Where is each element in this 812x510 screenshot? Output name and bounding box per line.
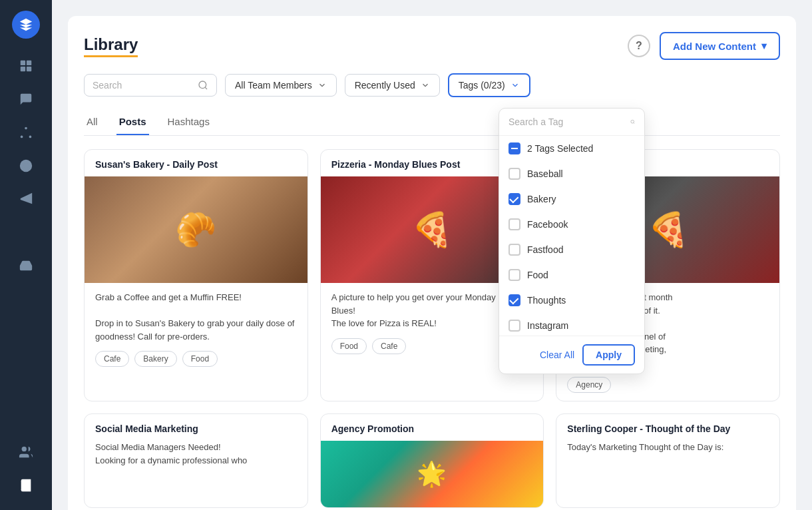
sidebar-item-support[interactable] (12, 152, 40, 180)
card-text: Grab a Coffee and get a Muffin FREE! Dro… (95, 291, 297, 343)
tag-checkbox[interactable] (508, 218, 520, 230)
tag-item-baseball[interactable]: Baseball (499, 161, 644, 186)
tag-dropdown-footer: Clear All Apply (499, 336, 644, 374)
tag-item-food[interactable]: Food (499, 262, 644, 288)
svg-rect-3 (27, 67, 31, 71)
tab-posts[interactable]: Posts (116, 111, 149, 135)
library-header: Library ? Add New Content ▾ (84, 32, 780, 60)
tag-food: Food (182, 351, 218, 367)
tag-checkbox[interactable] (508, 294, 520, 306)
tags-select-all-checkbox[interactable] (508, 142, 520, 154)
chevron-down-icon (317, 81, 327, 90)
recently-used-filter[interactable]: Recently Used (345, 74, 440, 97)
tag-cafe: Cafe (372, 338, 406, 354)
tag-selected-count-item[interactable]: 2 Tags Selected (499, 136, 644, 161)
search-box[interactable] (84, 74, 217, 97)
help-button[interactable]: ? (628, 35, 650, 57)
tag-bakery: Bakery (134, 351, 176, 367)
tag-label: Food (527, 270, 548, 280)
tag-checkbox[interactable] (508, 269, 520, 281)
sidebar-item-library[interactable] (12, 471, 40, 499)
tag-label: Thoughts (527, 295, 566, 306)
card-title: Susan's Bakery - Daily Post (85, 150, 307, 176)
tag-checkbox[interactable] (508, 244, 520, 256)
tag-label: Facebook (527, 219, 568, 230)
card-title: Agency Promotion (321, 414, 544, 441)
add-new-content-button[interactable]: Add New Content ▾ (660, 32, 780, 60)
tag-item-bakery[interactable]: Bakery (499, 186, 644, 212)
tag-item-instagram[interactable]: Instagram (499, 313, 644, 336)
svg-line-23 (634, 123, 634, 123)
tab-all[interactable]: All (84, 111, 101, 135)
main-content: Library ? Add New Content ▾ All Team (52, 0, 812, 510)
svg-point-4 (25, 127, 27, 130)
tag-search-row (499, 109, 644, 136)
header-actions: ? Add New Content ▾ (628, 32, 780, 60)
apply-button[interactable]: Apply (582, 344, 635, 366)
sidebar-item-analytics[interactable] (12, 218, 40, 246)
svg-rect-0 (21, 61, 25, 65)
svg-point-22 (631, 120, 634, 123)
tag-search-input[interactable] (508, 117, 625, 127)
chevron-down-icon-2 (421, 81, 430, 90)
app-logo[interactable] (12, 11, 40, 39)
tag-checkbox[interactable] (508, 193, 520, 205)
tag-label: Bakery (527, 194, 556, 204)
tag-label: Fastfood (527, 244, 563, 255)
tag-item-fastfood[interactable]: Fastfood (499, 237, 644, 262)
card-body: Grab a Coffee and get a Muffin FREE! Dro… (85, 283, 307, 375)
sidebar-item-megaphone[interactable] (12, 185, 40, 213)
tag-label: Baseball (527, 168, 563, 179)
svg-point-6 (29, 136, 32, 138)
svg-point-5 (21, 136, 23, 138)
tag-checkbox[interactable] (508, 168, 520, 180)
card-title: Social Media Marketing (85, 414, 307, 441)
svg-point-11 (23, 163, 28, 168)
tag-item-facebook[interactable]: Facebook (499, 212, 644, 237)
card-tags: Agency (567, 377, 769, 393)
svg-line-8 (26, 129, 30, 135)
svg-point-20 (199, 81, 206, 89)
tag-label: Instagram (527, 320, 568, 331)
card-social-media-marketing: Social Media Marketing Social Media Mana… (84, 413, 308, 508)
sidebar-item-dashboard[interactable] (12, 52, 40, 80)
search-icon (198, 80, 208, 91)
tag-cafe: Cafe (95, 351, 129, 367)
tag-food: Food (331, 338, 367, 354)
search-input[interactable] (93, 80, 192, 91)
team-members-filter[interactable]: All Team Members (225, 74, 337, 97)
card-tags: Cafe Bakery Food (95, 351, 297, 367)
card-agency-promotion: Agency Promotion 🌟 (320, 413, 544, 508)
tag-agency: Agency (567, 377, 611, 393)
bottom-cards: Social Media Marketing Social Media Mana… (84, 413, 780, 508)
library-panel: Library ? Add New Content ▾ All Team (68, 16, 796, 510)
content-tabs: All Posts Hashtags (84, 111, 780, 136)
page-title: Library (84, 35, 138, 57)
tag-item-thoughts[interactable]: Thoughts (499, 288, 644, 313)
tag-checkbox[interactable] (508, 320, 520, 332)
sidebar-item-inbox[interactable] (12, 252, 40, 280)
card-text: Today's Marketing Thought of the Day is: (556, 441, 779, 461)
svg-line-7 (22, 129, 26, 135)
clear-all-button[interactable]: Clear All (540, 350, 574, 360)
svg-line-21 (205, 87, 207, 89)
tag-dropdown: 2 Tags Selected BaseballBakeryFacebookFa… (499, 108, 645, 374)
sidebar (0, 0, 52, 510)
svg-point-19 (22, 447, 27, 451)
card-susans-bakery: Susan's Bakery - Daily Post 🥐 Grab a Cof… (84, 149, 308, 401)
svg-rect-2 (21, 67, 25, 71)
card-image-agency: 🌟 (321, 441, 544, 507)
card-sterling-cooper: Sterling Cooper - Thought of the Day Tod… (556, 413, 780, 508)
card-image-bakery: 🥐 (85, 176, 307, 283)
tags-filter[interactable]: Tags (0/23) (448, 73, 530, 97)
svg-rect-1 (27, 61, 31, 65)
tab-hashtags[interactable]: Hashtags (165, 111, 212, 135)
filters-row: All Team Members Recently Used Tags (0/2… (84, 73, 780, 97)
tag-search-icon (630, 117, 635, 127)
tag-list: 2 Tags Selected BaseballBakeryFacebookFa… (499, 136, 644, 336)
card-title: Sterling Cooper - Thought of the Day (556, 414, 779, 441)
sidebar-item-network[interactable] (12, 119, 40, 146)
sidebar-item-compose[interactable] (12, 85, 40, 113)
sidebar-item-team[interactable] (12, 438, 40, 466)
chevron-down-icon-3 (510, 81, 520, 90)
